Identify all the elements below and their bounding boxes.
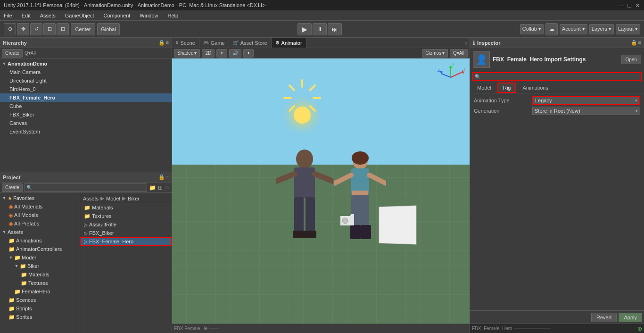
play-btn[interactable]: ▶ <box>297 23 312 35</box>
hierarchy-item-femhero[interactable]: FBX_Female_Hero <box>0 93 172 102</box>
project-biker-materials[interactable]: 📁 Materials <box>0 270 80 279</box>
inspector-filter-bar[interactable]: 🔍 <box>472 72 642 81</box>
audio-btn[interactable]: 🔊 <box>229 49 241 58</box>
project-all-materials[interactable]: ◉ All Materials <box>0 202 80 211</box>
project-biker[interactable]: ▼ 📁 Biker <box>0 262 80 270</box>
menu-file[interactable]: File <box>2 12 14 19</box>
pause-btn[interactable]: ⏸ <box>313 23 327 35</box>
project-model[interactable]: ▼ 📁 Model <box>0 253 80 262</box>
inspector-menu-btn[interactable]: ≡ <box>638 40 641 46</box>
revert-btn[interactable]: Revert <box>591 313 617 322</box>
insp-tab-model[interactable]: Model <box>472 83 496 93</box>
scene-viewport[interactable]: X Y Z <box>172 58 470 324</box>
close-btn[interactable]: ✕ <box>635 2 640 9</box>
menu-window[interactable]: Window <box>138 12 160 19</box>
cloud-btn[interactable]: ☁ <box>545 23 558 35</box>
hierarchy-item-canvas[interactable]: Canvas <box>0 119 172 127</box>
layout-btn[interactable]: Layout ▾ <box>616 24 640 34</box>
effects-btn[interactable]: ✦ <box>243 49 254 58</box>
step-btn[interactable]: ⏭ <box>328 23 342 35</box>
insp-tab-rig[interactable]: Rig <box>497 83 517 93</box>
hierarchy-create-btn[interactable]: Create <box>2 49 23 58</box>
minimize-btn[interactable]: — <box>618 2 624 9</box>
project-favorites-header[interactable]: ▼ ★ Favorites <box>0 194 80 202</box>
file-materials[interactable]: 📁 Materials <box>80 203 172 212</box>
project-star-btn[interactable]: ☆ <box>165 184 170 191</box>
apply-btn[interactable]: Apply <box>619 313 642 322</box>
transform-move-btn[interactable]: ✥ <box>17 23 29 35</box>
project-search-input[interactable] <box>33 185 147 190</box>
breadcrumb-biker[interactable]: Biker <box>128 196 140 201</box>
hierarchy-item-cube[interactable]: Cube <box>0 102 172 110</box>
file-icon: ▷ <box>84 222 88 227</box>
project-assets-header[interactable]: ▼ Assets <box>0 228 80 236</box>
menu-help[interactable]: Help <box>165 12 180 19</box>
animator-tab-icon: ⚙ <box>275 40 280 45</box>
project-create-btn[interactable]: Create <box>2 183 23 192</box>
svg-line-2 <box>276 174 294 181</box>
project-filter-btn[interactable]: ⊞ <box>158 184 163 191</box>
project-animations[interactable]: 📁 Animations <box>0 236 80 245</box>
collab-btn[interactable]: Collab ▾ <box>520 24 544 34</box>
project-lock-btn[interactable]: 🔒 <box>158 174 165 180</box>
hierarchy-menu-btn[interactable]: ≡ <box>166 40 169 46</box>
menu-edit[interactable]: Edit <box>20 12 33 19</box>
project-sprites[interactable]: 📁 Sprites <box>0 313 80 321</box>
menu-assets[interactable]: Assets <box>38 12 58 19</box>
hierarchy-item-birdhero[interactable]: BirdHero_0 <box>0 85 172 93</box>
account-btn[interactable]: Account ▾ <box>560 24 587 34</box>
project-all-prefabs[interactable]: ◉ All Prefabs <box>0 219 80 228</box>
tab-game[interactable]: 🎮 Game <box>199 38 229 48</box>
project-folder-btn[interactable]: 📁 <box>149 184 156 191</box>
file-assaultrifle[interactable]: ▷ AssaultRifle <box>80 220 172 229</box>
transform-rotate-btn[interactable]: ↺ <box>30 23 42 35</box>
shading-btn[interactable]: Shaded ▾ <box>174 49 200 58</box>
inspector-open-btn[interactable]: Open <box>621 55 641 64</box>
layers-btn[interactable]: Layers ▾ <box>589 24 614 34</box>
hierarchy-item-dirlight[interactable]: Directional Light <box>0 76 172 85</box>
project-biker-textures[interactable]: 📁 Textures <box>0 279 80 287</box>
project-menu-btn[interactable]: ≡ <box>166 174 169 180</box>
menu-component[interactable]: Component <box>101 12 132 19</box>
gizmos-btn[interactable]: Gizmos ▾ <box>422 49 448 58</box>
generation-dropdown[interactable]: Store in Root (New) ▾ <box>532 107 640 115</box>
maximize-btn[interactable]: □ <box>627 2 631 9</box>
project-femalehero[interactable]: 📁 FemaleHero <box>0 287 80 296</box>
animation-type-dropdown[interactable]: Legacy ▾ <box>532 96 640 105</box>
2d-btn[interactable]: 2D <box>202 49 215 58</box>
insp-tab-animations[interactable]: Animations <box>517 83 553 93</box>
unity-logo-btn[interactable]: ⊙ <box>4 23 16 35</box>
scene-search-btn[interactable]: Q▾All <box>450 49 468 58</box>
file-textures[interactable]: 📁 Textures <box>80 212 172 220</box>
center-toggle-btn[interactable]: Center <box>71 23 95 35</box>
hierarchy-item-maincamera[interactable]: Main Camera <box>0 68 172 76</box>
transform-rect-btn[interactable]: ⊞ <box>57 23 69 35</box>
project-animcontrollers[interactable]: 📁 AnimatorControllers <box>0 245 80 253</box>
hierarchy-item-animationdemo[interactable]: ▼ AnimationDemo <box>0 59 172 68</box>
tab-scene[interactable]: # Scene <box>172 38 199 48</box>
project-scripts[interactable]: 📁 Scripts <box>0 304 80 313</box>
hierarchy-item-label: Directional Light <box>9 78 47 83</box>
tab-assetstore[interactable]: 🛒 Asset Store <box>229 38 272 48</box>
project-all-models[interactable]: ◉ All Models <box>0 211 80 219</box>
hierarchy-lock-btn[interactable]: 🔒 <box>158 40 165 46</box>
breadcrumb-model[interactable]: Model <box>106 196 120 201</box>
asset-icon: 👤 <box>473 51 490 68</box>
hierarchy-item-eventsystem[interactable]: EventSystem <box>0 127 172 136</box>
project-scences[interactable]: 📁 Scences <box>0 296 80 304</box>
tab-assetstore-label: Asset Store <box>240 40 267 46</box>
hierarchy-tree[interactable]: ▼ AnimationDemo Main Camera Directional … <box>0 58 172 172</box>
scripts-label: Scripts <box>16 306 32 311</box>
hierarchy-header: Hierarchy 🔒 ≡ <box>0 38 172 48</box>
lights-btn[interactable]: ☀ <box>216 49 227 58</box>
global-toggle-btn[interactable]: Global <box>97 23 120 35</box>
breadcrumb-assets[interactable]: Assets <box>83 196 99 201</box>
hierarchy-item-fbxbiker[interactable]: FBX_Biker <box>0 110 172 119</box>
tab-options-btn[interactable]: ≡ <box>463 40 470 46</box>
transform-scale-btn[interactable]: ⊡ <box>43 23 56 35</box>
file-fbxfemalehero[interactable]: ▷ FBX_Female_Hero <box>80 237 172 246</box>
tab-animator[interactable]: ⚙ Animator <box>272 38 306 48</box>
menu-gameobject[interactable]: GameObject <box>63 12 96 19</box>
file-fbxbiker[interactable]: ▷ FBX_Biker <box>80 229 172 237</box>
inspector-lock-btn[interactable]: 🔒 <box>631 40 637 46</box>
